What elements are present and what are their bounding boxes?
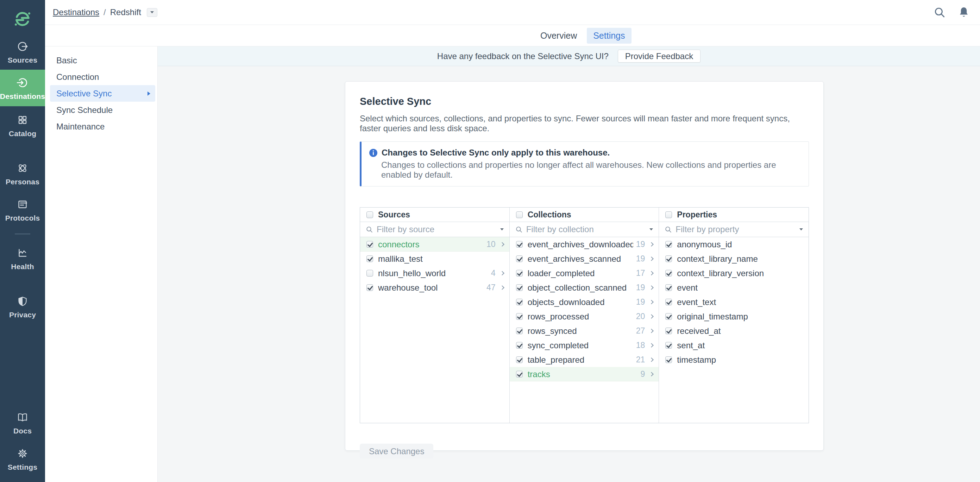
tab-settings[interactable]: Settings: [587, 28, 631, 44]
breadcrumb-destinations-link[interactable]: Destinations: [53, 7, 99, 17]
row-checkbox[interactable]: [516, 299, 523, 305]
save-changes-button[interactable]: Save Changes: [360, 444, 433, 459]
list-item-tracks[interactable]: tracks9: [510, 367, 659, 381]
sidebar-item-personas[interactable]: Personas: [0, 161, 45, 186]
personas-icon: [16, 161, 30, 175]
sidebar-item-protocols[interactable]: Protocols: [0, 197, 45, 222]
submenu-item-sync-schedule[interactable]: Sync Schedule: [45, 101, 158, 118]
row-checkbox[interactable]: [516, 255, 523, 262]
submenu-item-selective-sync[interactable]: Selective Sync: [50, 85, 155, 101]
filter-by-collection-input[interactable]: [526, 224, 646, 234]
row-checkbox[interactable]: [516, 241, 523, 248]
row-checkbox[interactable]: [516, 328, 523, 334]
sidebar-item-label: Personas: [6, 178, 40, 186]
notifications-bell-icon[interactable]: [958, 6, 970, 19]
list-item-timestamp[interactable]: timestamp: [659, 352, 808, 367]
filter-by-property-input[interactable]: [676, 224, 796, 234]
row-count: 18: [636, 341, 645, 350]
list-item-object_collection_scanned[interactable]: object_collection_scanned19: [510, 281, 659, 295]
search-icon[interactable]: [933, 6, 946, 19]
select-all-sources-checkbox[interactable]: [366, 211, 373, 218]
sidebar-item-settings[interactable]: Settings: [0, 447, 45, 471]
card-description: Select which sources, collections, and p…: [360, 114, 809, 133]
list-item-sync_completed[interactable]: sync_completed18: [510, 338, 659, 352]
row-label: mallika_test: [378, 254, 504, 264]
list-item-rows_processed[interactable]: rows_processed20: [510, 309, 659, 324]
row-label: object_collection_scanned: [528, 283, 633, 293]
row-checkbox[interactable]: [665, 313, 672, 320]
chevron-down-icon[interactable]: [649, 228, 653, 230]
card-title: Selective Sync: [360, 96, 809, 107]
select-all-properties-checkbox[interactable]: [665, 211, 672, 218]
submenu-item-label: Maintenance: [56, 122, 105, 131]
row-checkbox[interactable]: [665, 357, 672, 363]
row-count: 9: [641, 369, 645, 379]
row-checkbox[interactable]: [665, 299, 672, 305]
submenu-item-connection[interactable]: Connection: [45, 68, 158, 85]
main-content: Selective Sync Select which sources, col…: [158, 67, 980, 482]
list-item-event_archives_downloaded[interactable]: event_archives_downloaded19: [510, 237, 659, 252]
list-item-event_archives_scanned[interactable]: event_archives_scanned19: [510, 252, 659, 266]
select-all-collections-checkbox[interactable]: [516, 211, 523, 218]
row-checkbox[interactable]: [516, 342, 523, 349]
row-checkbox[interactable]: [516, 270, 523, 276]
list-item-nlsun_hello_world[interactable]: nlsun_hello_world4: [360, 266, 509, 281]
chevron-right-icon: [500, 242, 504, 247]
provide-feedback-button[interactable]: Provide Feedback: [618, 50, 700, 63]
row-checkbox[interactable]: [366, 270, 373, 276]
filter-by-source-input[interactable]: [377, 224, 497, 234]
list-item-context_library_version[interactable]: context_library_version: [659, 266, 808, 281]
row-checkbox[interactable]: [516, 284, 523, 291]
row-checkbox[interactable]: [366, 241, 373, 248]
list-item-context_library_name[interactable]: context_library_name: [659, 252, 808, 266]
row-checkbox[interactable]: [665, 342, 672, 349]
sidebar-item-destinations[interactable]: Destinations: [0, 70, 45, 106]
segment-logo[interactable]: [0, 10, 45, 28]
list-item-anonymous_id[interactable]: anonymous_id: [659, 237, 808, 252]
row-checkbox[interactable]: [665, 241, 672, 248]
list-item-table_prepared[interactable]: table_prepared21: [510, 352, 659, 367]
row-checkbox[interactable]: [516, 313, 523, 320]
sidebar-item-sources[interactable]: Sources: [0, 40, 45, 64]
settings-icon: [16, 447, 30, 461]
chevron-down-icon[interactable]: [799, 228, 803, 230]
row-checkbox[interactable]: [665, 255, 672, 262]
submenu-item-maintenance[interactable]: Maintenance: [45, 118, 158, 135]
list-item-warehouse_tool[interactable]: warehouse_tool47: [360, 281, 509, 295]
destination-switcher-button[interactable]: [147, 8, 158, 17]
sidebar-item-health[interactable]: Health: [0, 246, 45, 271]
row-checkbox[interactable]: [665, 270, 672, 276]
list-item-loader_completed[interactable]: loader_completed17: [510, 266, 659, 281]
list-item-sent_at[interactable]: sent_at: [659, 338, 808, 352]
sidebar-item-label: Settings: [8, 463, 37, 471]
list-item-event_text[interactable]: event_text: [659, 295, 808, 309]
sidebar-item-catalog[interactable]: Catalog: [0, 113, 45, 138]
list-item-event[interactable]: event: [659, 281, 808, 295]
row-checkbox[interactable]: [665, 284, 672, 291]
row-checkbox[interactable]: [366, 255, 373, 262]
row-checkbox[interactable]: [366, 284, 373, 291]
list-item-mallika_test[interactable]: mallika_test: [360, 252, 509, 266]
row-checkbox[interactable]: [516, 357, 523, 363]
list-item-original_timestamp[interactable]: original_timestamp: [659, 309, 808, 324]
row-label: context_library_name: [677, 254, 803, 264]
list-item-objects_downloaded[interactable]: objects_downloaded19: [510, 295, 659, 309]
submenu-item-basic[interactable]: Basic: [45, 52, 158, 68]
tab-overview[interactable]: Overview: [536, 28, 581, 44]
row-label: connectors: [378, 239, 484, 249]
sidebar-item-privacy[interactable]: Privacy: [0, 294, 45, 319]
column-header: Properties: [677, 210, 717, 220]
list-item-connectors[interactable]: connectors10: [360, 237, 509, 252]
row-checkbox[interactable]: [516, 371, 523, 377]
chevron-down-icon[interactable]: [500, 228, 504, 230]
list-item-received_at[interactable]: received_at: [659, 324, 808, 338]
row-label: event_archives_downloaded: [528, 239, 633, 249]
sidebar-item-label: Health: [11, 262, 34, 271]
list-item-rows_synced[interactable]: rows_synced27: [510, 324, 659, 338]
row-count: 47: [487, 283, 496, 292]
row-checkbox[interactable]: [665, 328, 672, 334]
selective-sync-card: Selective Sync Select which sources, col…: [345, 81, 824, 451]
chevron-right-icon: [649, 343, 654, 347]
row-count: 19: [636, 283, 645, 292]
sidebar-item-docs[interactable]: Docs: [0, 410, 45, 435]
